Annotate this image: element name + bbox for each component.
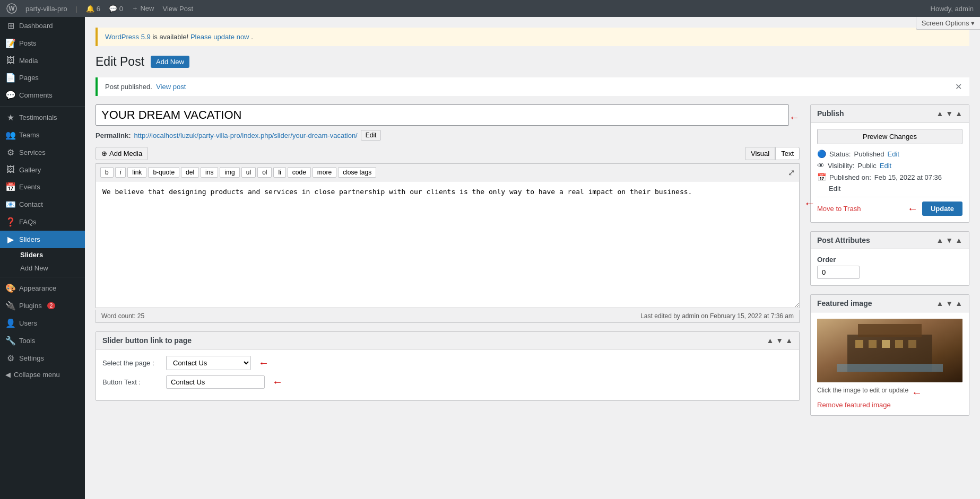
add-media-button[interactable]: ⊕ Add Media <box>96 147 148 160</box>
permalink-row: Permalink: http://localhost/luzuk/party-… <box>96 130 800 141</box>
view-post-link[interactable]: View Post <box>163 5 194 13</box>
sidebar-item-testimonials[interactable]: ★ Testimonials <box>0 109 85 126</box>
update-now-link[interactable]: Please update now <box>190 33 249 41</box>
sidebar-item-users[interactable]: 👤 Users <box>0 314 85 332</box>
comments-icon[interactable]: 🔔 6 <box>86 5 100 13</box>
editor-layout: ← Permalink: http://localhost/luzuk/part… <box>96 104 969 424</box>
publish-panel-controls: ▲ ▼ ▲ <box>936 109 962 118</box>
post-attributes-down[interactable]: ▼ <box>946 236 953 244</box>
screen-options-button[interactable]: Screen Options ▾ <box>916 17 980 30</box>
post-attributes-body: Order <box>811 249 969 285</box>
sidebar-item-media[interactable]: 🖼 Media <box>0 52 85 69</box>
button-text-input[interactable] <box>166 375 265 389</box>
publish-panel-header: Publish ▲ ▼ ▲ <box>811 105 969 122</box>
post-attributes-panel: Post Attributes ▲ ▼ ▲ Order <box>810 231 969 286</box>
editor-footer: Word count: 25 Last edited by admin on F… <box>96 310 800 323</box>
published-date-edit-link[interactable]: Edit <box>829 185 840 192</box>
visual-tab[interactable]: Visual <box>745 147 775 160</box>
content-arrow-annotation: ← <box>804 197 816 211</box>
sliders-sub-add-new[interactable]: Add New <box>15 261 85 275</box>
view-tabs: Visual Text <box>745 147 800 160</box>
meta-box-up[interactable]: ▲ <box>766 336 774 345</box>
fmt-ins[interactable]: ins <box>201 167 218 178</box>
new-content[interactable]: ＋ New <box>132 4 154 13</box>
fmt-more[interactable]: more <box>313 167 336 178</box>
post-attributes-up[interactable]: ▲ <box>936 236 943 244</box>
fmt-b[interactable]: b <box>100 167 114 178</box>
sidebar-item-pages[interactable]: 📄 Pages <box>0 69 85 86</box>
fmt-close-tags[interactable]: close tags <box>338 167 376 178</box>
fmt-ul[interactable]: ul <box>241 167 256 178</box>
sidebar-item-comments[interactable]: 💬 Comments <box>0 86 85 104</box>
meta-box-collapse[interactable]: ▲ <box>785 336 793 345</box>
fmt-li[interactable]: li <box>273 167 285 178</box>
publish-panel-up[interactable]: ▲ <box>936 109 943 118</box>
sidebar-item-posts[interactable]: 📝 Posts <box>0 34 85 52</box>
post-content-editor[interactable]: We believe that designing products and s… <box>96 181 800 308</box>
featured-image-up[interactable]: ▲ <box>936 299 943 308</box>
teams-icon: 👥 <box>5 130 16 140</box>
expand-editor-button[interactable]: ⤢ <box>788 168 795 178</box>
sidebar-item-events[interactable]: 📅 Events <box>0 178 85 196</box>
edit-permalink-button[interactable]: Edit <box>361 130 381 141</box>
select-page-dropdown[interactable]: Contact Us Home About Services Gallery <box>166 356 251 370</box>
preview-changes-button[interactable]: Preview Changes <box>817 129 962 144</box>
notice-close-button[interactable]: ✕ <box>955 82 962 92</box>
fmt-code[interactable]: code <box>288 167 311 178</box>
collapse-menu[interactable]: ◀ Collapse menu <box>0 367 85 382</box>
media-icon: 🖼 <box>5 56 16 65</box>
publish-panel-down[interactable]: ▼ <box>946 109 953 118</box>
sliders-sub-sliders[interactable]: Sliders <box>15 248 85 261</box>
fmt-img[interactable]: img <box>220 167 239 178</box>
fmt-del[interactable]: del <box>181 167 199 178</box>
sidebar-item-dashboard[interactable]: ⊞ Dashboard <box>0 17 85 34</box>
published-label: Published on: <box>829 173 871 181</box>
divider <box>0 106 85 107</box>
sidebar-item-services[interactable]: ⚙ Services <box>0 144 85 161</box>
featured-image-title: Featured image <box>817 299 872 308</box>
featured-image-down[interactable]: ▼ <box>946 299 953 308</box>
visibility-icon: 👁 <box>817 161 825 170</box>
fmt-link[interactable]: link <box>127 167 146 178</box>
sidebar-item-teams[interactable]: 👥 Teams <box>0 126 85 144</box>
wp-version-link[interactable]: WordPress 5.9 <box>105 33 151 41</box>
permalink-url[interactable]: http://localhost/luzuk/party-villa-pro/i… <box>134 132 357 139</box>
svg-rect-9 <box>908 340 916 348</box>
fmt-ol[interactable]: ol <box>257 167 272 178</box>
post-attributes-collapse[interactable]: ▲ <box>955 236 962 244</box>
sidebar-item-faqs[interactable]: ❓ FAQs <box>0 213 85 231</box>
order-input[interactable] <box>817 266 860 279</box>
fmt-i[interactable]: i <box>115 167 126 178</box>
pending-comments[interactable]: 💬 0 <box>109 5 123 13</box>
update-arrow-annotation: ← <box>907 203 918 215</box>
sidebar-item-settings[interactable]: ⚙ Settings <box>0 349 85 367</box>
featured-image-thumbnail[interactable] <box>817 319 962 382</box>
status-edit-link[interactable]: Edit <box>888 150 899 158</box>
published-date-row: 📅 Published on: Feb 15, 2022 at 07:36 <box>817 173 962 181</box>
appearance-icon: 🎨 <box>5 283 16 293</box>
featured-image-collapse[interactable]: ▲ <box>955 299 962 308</box>
sidebar-item-appearance[interactable]: 🎨 Appearance <box>0 279 85 297</box>
sidebar-item-contact[interactable]: 📧 Contact <box>0 196 85 213</box>
add-new-button[interactable]: Add New <box>151 56 189 68</box>
sidebar-item-plugins[interactable]: 🔌 Plugins 2 <box>0 297 85 314</box>
post-title-input[interactable] <box>96 104 789 126</box>
slider-meta-box: Slider button link to page ▲ ▼ ▲ Select … <box>96 331 800 401</box>
fmt-b-quote[interactable]: b-quote <box>148 167 179 178</box>
remove-featured-image-link[interactable]: Remove featured image <box>817 401 891 409</box>
meta-box-down[interactable]: ▼ <box>776 336 783 345</box>
visibility-edit-link[interactable]: Edit <box>880 162 891 170</box>
visibility-label: Visibility: <box>828 162 854 170</box>
move-to-trash-link[interactable]: Move to Trash <box>817 205 861 213</box>
title-row: ← <box>96 104 800 130</box>
sidebar-item-gallery[interactable]: 🖼 Gallery <box>0 161 85 178</box>
permalink-label: Permalink: <box>96 132 131 139</box>
view-post-notice-link[interactable]: View post <box>156 83 186 91</box>
publish-panel-collapse[interactable]: ▲ <box>955 109 962 118</box>
text-tab[interactable]: Text <box>775 147 800 160</box>
sidebar-item-tools[interactable]: 🔧 Tools <box>0 332 85 349</box>
status-row: 🔵 Status: Published Edit <box>817 150 962 158</box>
update-button[interactable]: Update <box>922 202 962 216</box>
sidebar-item-sliders[interactable]: ▶ Sliders <box>0 231 85 248</box>
site-name[interactable]: party-villa-pro <box>25 5 67 13</box>
